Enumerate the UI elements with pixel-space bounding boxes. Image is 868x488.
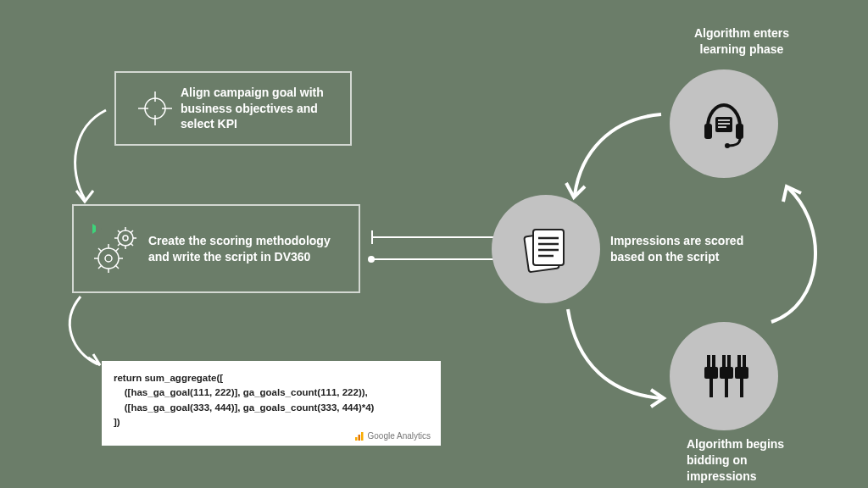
google-analytics-badge: Google Analytics — [354, 430, 431, 442]
svg-rect-41 — [707, 355, 710, 367]
label-bidding: Algorithm begins bidding on impressions — [687, 436, 805, 485]
svg-line-21 — [98, 248, 102, 252]
step-create-script: Create the scoring methodology and write… — [72, 204, 360, 293]
svg-rect-26 — [358, 435, 360, 441]
node-bidding — [670, 322, 778, 430]
svg-rect-29 — [533, 230, 564, 265]
arrow-impressions-to-learning — [559, 102, 678, 212]
svg-line-14 — [131, 230, 133, 233]
svg-rect-47 — [720, 367, 733, 379]
svg-rect-49 — [737, 355, 741, 367]
svg-point-6 — [123, 236, 128, 241]
svg-rect-40 — [718, 126, 726, 128]
svg-point-36 — [725, 143, 730, 148]
svg-line-11 — [118, 230, 120, 233]
arrow-step1-to-step2 — [59, 102, 119, 220]
svg-rect-50 — [743, 355, 746, 367]
svg-rect-35 — [736, 124, 743, 139]
document-icon — [516, 219, 576, 279]
label-learning: Algorithm enters learning phase — [678, 25, 805, 58]
svg-line-22 — [115, 265, 119, 269]
code-line-2: ([has_ga_goal(111, 222)], ga_goals_count… — [114, 385, 429, 400]
svg-rect-38 — [718, 119, 730, 121]
svg-rect-25 — [355, 437, 358, 441]
svg-rect-43 — [704, 367, 718, 379]
arrow-learning-to-bidding — [754, 178, 848, 330]
connectors-icon — [694, 347, 754, 406]
svg-rect-44 — [709, 379, 713, 397]
step-align-goal: Align campaign goal with business object… — [114, 71, 352, 146]
svg-rect-34 — [704, 124, 712, 139]
svg-line-12 — [131, 243, 133, 246]
connector-line-bottom — [373, 258, 500, 260]
ga-logo-icon — [354, 431, 364, 441]
svg-point-16 — [105, 255, 112, 262]
svg-rect-45 — [722, 355, 726, 367]
svg-line-24 — [115, 248, 119, 252]
connector-line-top — [371, 236, 498, 238]
svg-line-13 — [118, 243, 120, 246]
code-line-1: return sum_aggregate([ — [114, 371, 429, 385]
node-learning-phase — [670, 69, 778, 178]
gears-icon — [87, 219, 148, 279]
step2-text: Create the scoring methodology and write… — [148, 233, 345, 265]
arrow-bidding-to-impressions — [551, 297, 678, 415]
step1-text: Align campaign goal with business object… — [181, 85, 337, 133]
play-icon — [89, 221, 104, 236]
svg-rect-42 — [712, 355, 715, 367]
crosshair-icon — [130, 88, 181, 129]
svg-rect-46 — [727, 355, 731, 367]
svg-line-23 — [98, 265, 102, 269]
code-snippet: return sum_aggregate([ ([has_ga_goal(111… — [102, 361, 441, 446]
svg-rect-27 — [361, 432, 364, 441]
code-line-3: ([has_ga_goal(333, 444)], ga_goals_count… — [114, 401, 429, 415]
svg-rect-39 — [718, 123, 730, 125]
svg-rect-52 — [740, 379, 743, 397]
code-line-4: ]) — [114, 415, 429, 430]
learning-headset-icon — [693, 93, 754, 154]
svg-rect-51 — [735, 367, 748, 379]
svg-rect-48 — [725, 379, 728, 397]
